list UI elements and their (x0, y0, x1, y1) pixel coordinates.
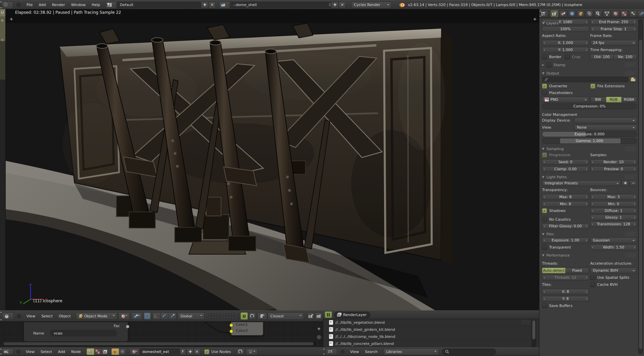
node-vscrollbar[interactable] (317, 335, 321, 340)
library-row[interactable]: //../../../libs/comp_node_lib.blend (323, 333, 539, 340)
resolution-pct-field[interactable]: 100% (542, 26, 589, 32)
tab-texture[interactable] (621, 10, 628, 17)
remove-preset-button[interactable]: − (630, 180, 637, 186)
tab-scene[interactable] (559, 10, 567, 17)
delete-scene-button[interactable]: ✕ (338, 2, 346, 8)
tab-world[interactable] (568, 10, 576, 17)
screen-layout-field[interactable]: Default (117, 2, 201, 8)
film-panel-header[interactable]: ▼ Film (542, 231, 637, 237)
menu-window[interactable]: Window (68, 3, 89, 7)
aspect-x-field[interactable]: X: 1.000 (542, 40, 589, 46)
tab-object[interactable] (577, 10, 584, 17)
transform-orientation-select[interactable]: Global (178, 312, 205, 320)
threads-fixed-toggle[interactable]: Fixed (566, 268, 589, 273)
output-path-field[interactable]: // (542, 77, 628, 82)
use-nodes-checkbox[interactable]: ✓ Use Nodes (204, 349, 231, 355)
snap-peel-toggle[interactable] (249, 312, 256, 320)
collapse-menus-icon[interactable] (16, 350, 20, 354)
outliner-search-field[interactable] (442, 349, 496, 355)
menu-add[interactable]: Add (36, 3, 49, 7)
screen-layout-icon-button[interactable] (106, 1, 116, 9)
properties-scrollbar[interactable] (638, 19, 643, 354)
view-transform-select[interactable]: None (574, 125, 637, 130)
cache-bvh-checkbox[interactable]: Cache BVH (590, 282, 637, 287)
filter-type-select[interactable]: Gaussian (590, 237, 637, 243)
panel-drag-hatch[interactable] (625, 232, 636, 236)
display-device-select[interactable] (574, 118, 637, 123)
filter-glossy-field[interactable]: Filter Glossy: 0.00 (542, 223, 589, 229)
node-snap-element-select[interactable] (246, 348, 258, 355)
sampling-panel-header[interactable]: ▼ Sampling (542, 145, 637, 152)
library-row[interactable]: //../lib/lib_vegetation.blend (323, 319, 539, 326)
translate-manipulator-button[interactable] (152, 312, 161, 320)
spatial-splits-checkbox[interactable]: Use Spatial Splits (590, 275, 637, 280)
tab-render[interactable] (551, 10, 558, 17)
browse-folder-button[interactable] (629, 77, 637, 82)
shader-nodes-toggle[interactable] (87, 348, 94, 355)
socket-color2[interactable] (229, 329, 233, 333)
delete-layout-button[interactable]: ✕ (208, 2, 216, 8)
collapse-menus-icon[interactable] (16, 3, 21, 7)
menu-view[interactable]: View (23, 314, 38, 318)
expand-node-panel-icon[interactable]: ✚ (317, 327, 320, 331)
filter-width-field[interactable]: Width: 1.50 (590, 244, 637, 250)
clamp-field[interactable]: Clamp: 0.00 (542, 166, 589, 172)
panel-drag-hatch[interactable] (625, 175, 636, 179)
render-engine-select[interactable]: Cycles Render (351, 2, 391, 8)
transmission-bounces-field[interactable]: Transmission: 128 (590, 221, 637, 227)
threads-count-field[interactable]: Threads: 12 (542, 275, 589, 280)
expand-region-icon[interactable]: ✚ (1, 38, 4, 42)
rotate-manipulator-button[interactable] (161, 312, 169, 320)
menu-render[interactable]: Render (49, 3, 68, 7)
border-checkbox[interactable]: Border (542, 54, 561, 60)
transparency-min-field[interactable]: Min: 8 (542, 201, 589, 207)
menu-node[interactable]: Node (68, 350, 84, 354)
render-samples-field[interactable]: Render: 10 (590, 159, 637, 165)
manipulator-toggle[interactable] (144, 312, 151, 320)
outliner-scrollbar[interactable] (532, 320, 536, 347)
placeholders-checkbox[interactable]: Placeholders (542, 90, 637, 96)
outliner-display-mode-select[interactable]: Libraries (383, 348, 439, 355)
exposure-slider[interactable]: Exposure: 0.000 (542, 131, 637, 137)
scene-name-field[interactable]: --dome_shell 3 (230, 2, 331, 8)
file-format-select[interactable]: PNG (542, 97, 589, 102)
fake-user-button[interactable]: F (180, 348, 186, 355)
menu-help[interactable]: Help (89, 3, 103, 7)
socket-color1[interactable] (229, 323, 233, 327)
editor-type-outliner-button[interactable] (326, 348, 337, 355)
fps-select[interactable]: 24 fps (590, 40, 637, 46)
menu-search[interactable]: Search (362, 350, 381, 354)
collapse-menus-icon[interactable] (340, 350, 344, 354)
snap-toggle[interactable] (240, 312, 248, 320)
node-mix[interactable]: Color1 Color2 (231, 322, 263, 336)
threads-auto-toggle[interactable]: Auto-detect (542, 268, 566, 273)
no-caustics-checkbox[interactable]: No Caustics (542, 217, 589, 222)
film-exposure-field[interactable]: Exposure: 1.00 (542, 237, 589, 243)
node-snap-toggle[interactable] (236, 348, 245, 355)
expand-properties-shelf-icon[interactable]: ✚ (533, 17, 536, 21)
opengl-render-button[interactable] (307, 312, 315, 320)
menu-object[interactable]: Object (56, 314, 74, 318)
bounces-max-field[interactable]: Max: 3 (590, 194, 637, 200)
expand-toolshelf-icon[interactable]: ✚ (10, 17, 13, 21)
file-extensions-checkbox[interactable]: ✓File Extensions (590, 83, 637, 89)
viewport-3d[interactable]: Elapsed: 02:38.92 | Paused | Path Tracin… (6, 9, 539, 310)
library-row[interactable]: //../lib/lib_steel_girders_kit.blend (323, 326, 539, 333)
panel-drag-hatch[interactable] (625, 253, 636, 258)
unlink-material-button[interactable]: ✕ (194, 348, 200, 355)
compression-slider[interactable]: Compression: 0% (542, 103, 637, 109)
add-preset-button[interactable]: ✚ (622, 180, 629, 186)
menu-view[interactable]: View (347, 350, 362, 354)
editor-type-info-button[interactable]: ⓘ (2, 1, 13, 9)
texture-nodes-toggle[interactable] (94, 348, 102, 355)
crop-checkbox[interactable]: Crop (565, 54, 581, 60)
layers-panel-header[interactable]: ▼ Layers (542, 20, 644, 27)
node-editor-canvas[interactable]: Fac Name vcao Color1 Color2 ✚ (0, 322, 323, 348)
editor-type-properties-button[interactable] (541, 10, 548, 17)
material-browse-select[interactable] (129, 348, 140, 355)
menu-select[interactable]: Select (38, 350, 55, 354)
render-layer-select[interactable]: RenderLayer (334, 312, 370, 318)
bounces-min-field[interactable]: Min: 0 (590, 201, 637, 207)
aspect-y-field[interactable]: Y: 1.000 (542, 47, 589, 53)
seed-field[interactable]: Seed: 0 (542, 159, 589, 165)
